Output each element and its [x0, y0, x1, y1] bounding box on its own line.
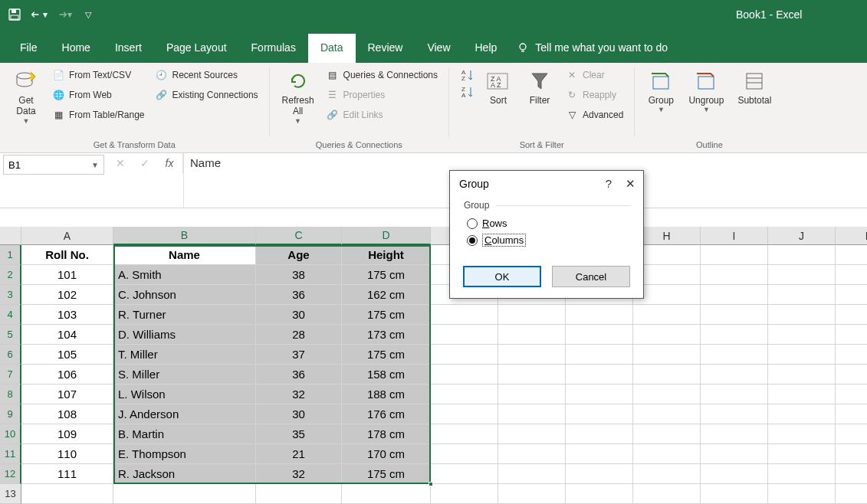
cell[interactable]: L. Wilson	[113, 385, 256, 404]
existing-connections-button[interactable]: 🔗Existing Connections	[153, 87, 261, 103]
colhdr-I[interactable]: I	[701, 227, 768, 245]
selection-handle[interactable]	[429, 482, 433, 486]
cell[interactable]	[633, 345, 701, 365]
cell[interactable]	[701, 285, 768, 305]
cell[interactable]	[566, 305, 633, 325]
tab-insert[interactable]: Insert	[103, 34, 154, 63]
cell[interactable]	[431, 444, 498, 464]
cell[interactable]	[21, 484, 113, 504]
advanced-button[interactable]: ▽Advanced	[563, 107, 626, 123]
radio-columns[interactable]: Columns	[464, 231, 631, 249]
cell[interactable]	[768, 444, 836, 464]
cell[interactable]: 36	[256, 285, 342, 305]
cell[interactable]	[498, 325, 566, 345]
cell[interactable]	[701, 245, 768, 265]
tab-home[interactable]: Home	[50, 34, 103, 63]
sort-asc-button[interactable]: AZ	[457, 67, 475, 83]
cell[interactable]	[498, 365, 566, 385]
cell[interactable]: 162 cm	[342, 285, 431, 305]
help-icon[interactable]: ?	[606, 177, 612, 191]
cell[interactable]: 175 cm	[342, 305, 431, 325]
cell[interactable]: 178 cm	[342, 424, 431, 444]
cell[interactable]	[498, 444, 566, 464]
cell[interactable]	[431, 385, 498, 404]
rowhdr-7[interactable]: 7	[0, 365, 21, 385]
cell[interactable]	[633, 464, 701, 484]
cell[interactable]	[498, 345, 566, 365]
cell[interactable]	[566, 385, 633, 404]
cell[interactable]	[836, 305, 867, 325]
tab-help[interactable]: Help	[463, 34, 510, 63]
cell[interactable]: 102	[21, 285, 113, 305]
sort-desc-button[interactable]: ZA	[457, 84, 475, 100]
cell[interactable]: 107	[21, 385, 113, 404]
cell[interactable]	[431, 345, 498, 365]
cell[interactable]	[431, 404, 498, 424]
cell[interactable]	[701, 484, 768, 504]
cell[interactable]	[701, 265, 768, 285]
cell[interactable]: 111	[21, 464, 113, 484]
cell[interactable]	[633, 305, 701, 325]
cell[interactable]: 158 cm	[342, 365, 431, 385]
cell[interactable]	[431, 484, 498, 504]
name-box[interactable]: B1 ▼	[3, 155, 104, 175]
cell[interactable]: 188 cm	[342, 385, 431, 404]
group-button[interactable]: Group ▼	[642, 66, 679, 116]
cell[interactable]	[768, 265, 836, 285]
cell[interactable]	[633, 444, 701, 464]
cell[interactable]: S. Miller	[113, 365, 256, 385]
cell[interactable]	[768, 464, 836, 484]
cell[interactable]	[836, 265, 867, 285]
get-data-button[interactable]: Get Data ▼	[8, 66, 44, 128]
colhdr-J[interactable]: J	[768, 227, 836, 245]
cell[interactable]	[836, 484, 867, 504]
tab-review[interactable]: Review	[356, 34, 415, 63]
cell[interactable]: 35	[256, 424, 342, 444]
cell[interactable]: J. Anderson	[113, 404, 256, 424]
cell[interactable]	[498, 484, 566, 504]
cell[interactable]	[633, 424, 701, 444]
rowhdr-11[interactable]: 11	[0, 444, 21, 464]
cell[interactable]: Roll No.	[21, 245, 113, 265]
cell[interactable]: R. Turner	[113, 305, 256, 325]
rowhdr-6[interactable]: 6	[0, 345, 21, 365]
cell[interactable]: 170 cm	[342, 444, 431, 464]
cells-area[interactable]: Roll No.NameAgeHeight101A. Smith38175 cm…	[21, 245, 867, 504]
cancel-button[interactable]: Cancel	[552, 266, 630, 287]
cell[interactable]: B. Martin	[113, 424, 256, 444]
cell[interactable]	[768, 345, 836, 365]
rowhdr-13[interactable]: 13	[0, 484, 21, 504]
cell[interactable]: 103	[21, 305, 113, 325]
rowhdr-9[interactable]: 9	[0, 404, 21, 424]
colhdr-K[interactable]: K	[836, 227, 867, 245]
cell[interactable]	[256, 484, 342, 504]
cell[interactable]	[768, 385, 836, 404]
tab-data[interactable]: Data	[308, 34, 356, 63]
tell-me-search[interactable]: Tell me what you want to do	[517, 41, 668, 63]
cell[interactable]	[431, 325, 498, 345]
rowhdr-8[interactable]: 8	[0, 385, 21, 404]
cell[interactable]	[836, 404, 867, 424]
cell[interactable]	[836, 245, 867, 265]
cell[interactable]: 110	[21, 444, 113, 464]
rowhdr-1[interactable]: 1	[0, 245, 21, 265]
rowhdr-2[interactable]: 2	[0, 265, 21, 285]
cell[interactable]	[836, 365, 867, 385]
cell[interactable]	[633, 365, 701, 385]
select-all-corner[interactable]	[0, 227, 21, 245]
subtotal-button[interactable]: Subtotal	[733, 66, 776, 109]
cell[interactable]	[701, 325, 768, 345]
undo-icon[interactable]: ▾	[31, 6, 48, 23]
cell[interactable]	[701, 404, 768, 424]
cancel-formula-icon[interactable]: ✕	[112, 157, 129, 169]
cell[interactable]: 175 cm	[342, 265, 431, 285]
enter-formula-icon[interactable]: ✓	[136, 157, 153, 169]
rowhdr-5[interactable]: 5	[0, 325, 21, 345]
fx-icon[interactable]: fx	[161, 157, 178, 169]
cell[interactable]	[768, 365, 836, 385]
cell[interactable]	[431, 424, 498, 444]
cell[interactable]	[566, 484, 633, 504]
cell[interactable]	[633, 484, 701, 504]
cell[interactable]: D. Williams	[113, 325, 256, 345]
filter-button[interactable]: Filter	[521, 66, 558, 109]
